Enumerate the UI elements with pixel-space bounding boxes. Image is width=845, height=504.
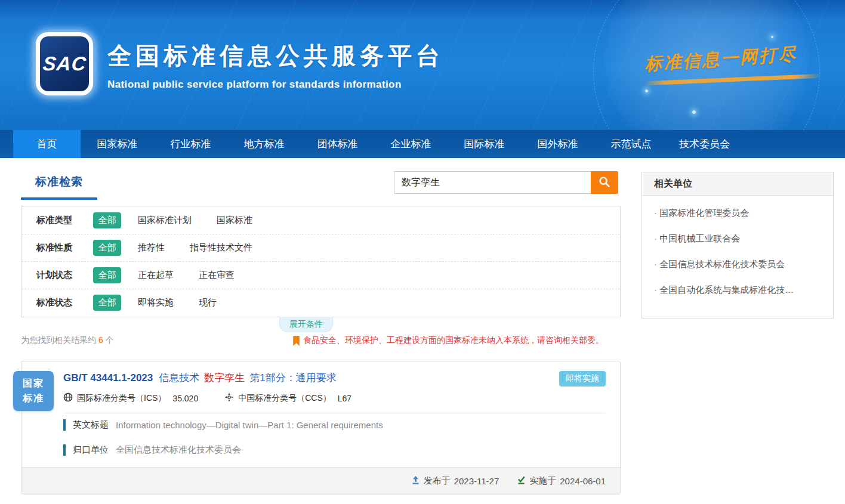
status-badge: 即将实施 <box>559 371 606 386</box>
filter-label: 标准状态 <box>36 297 93 308</box>
published-label: 发布于 <box>424 475 451 487</box>
badge-line2: 标准 <box>23 391 44 406</box>
nav-item-pilot[interactable]: 示范试点 <box>594 130 668 158</box>
results-summary: 为您找到相关结果约6个 <box>21 335 114 346</box>
related-units-header: 相关单位 <box>642 172 833 196</box>
standard-title-link[interactable]: GB/T 43441.1-2023信息技术数字孪生第1部分：通用要求 <box>63 371 548 385</box>
national-standard-badge: 国家 标准 <box>13 371 54 411</box>
ics-value: 35.020 <box>172 394 198 403</box>
english-title-row: 英文标题 Information technology—Digital twin… <box>63 419 383 431</box>
classification-meta-row: 国际标准分类号（ICS） 35.020 中国标准分类号（CCS） L67 <box>63 392 351 404</box>
nav-item-local-standards[interactable]: 地方标准 <box>227 130 301 158</box>
result-card: 国家 标准 GB/T 43441.1-2023信息技术数字孪生第1部分：通用要求… <box>21 361 621 494</box>
filter-row-standard-status: 标准状态 全部 即将实施 现行 <box>21 289 620 316</box>
detail-label: 英文标题 <box>73 419 109 431</box>
filter-row-standard-nature: 标准性质 全部 推荐性 指导性技术文件 <box>21 234 620 261</box>
related-unit-link[interactable]: 全国自动化系统与集成标准化技… <box>650 277 833 303</box>
notice-text: 食品安全、环境保护、工程建设方面的国家标准未纳入本系统，请咨询相关部委。 <box>303 335 604 346</box>
implement-check-icon <box>517 475 526 487</box>
standard-code: GB/T 43441.1-2023 <box>63 372 153 384</box>
publish-upload-icon <box>411 475 420 487</box>
search-input[interactable] <box>394 171 591 194</box>
filter-option[interactable]: 现行 <box>199 297 217 308</box>
implemented-date-item: 实施于 2024-06-01 <box>517 475 606 487</box>
site-title-chinese: 全国标准信息公共服务平台 <box>107 39 444 72</box>
implemented-date: 2024-06-01 <box>560 476 606 486</box>
filter-option[interactable]: 正在起草 <box>138 270 174 281</box>
related-units-list: 国家标准化管理委员会 中国机械工业联合会 全国信息技术标准化技术委员会 全国自动… <box>642 196 833 303</box>
detail-value: 全国信息技术标准化技术委员会 <box>116 444 241 456</box>
bookmark-icon <box>293 336 300 346</box>
results-summary-suffix: 个 <box>106 335 114 345</box>
search-button[interactable] <box>591 171 618 194</box>
related-units-title: 相关单位 <box>654 178 692 190</box>
search-box <box>394 171 618 194</box>
card-footer: 发布于 2023-11-27 实施于 2024-06-01 <box>21 467 620 494</box>
filter-label: 计划状态 <box>36 270 93 281</box>
nav-item-foreign-standards[interactable]: 国外标准 <box>521 130 594 158</box>
nav-item-technical-committee[interactable]: 技术委员会 <box>668 130 741 158</box>
filter-option[interactable]: 即将实施 <box>138 297 174 308</box>
sac-logo-text: SAC <box>42 52 88 75</box>
results-summary-prefix: 为您找到相关结果约 <box>21 335 96 345</box>
main-nav: 首页 国家标准 行业标准 地方标准 团体标准 企业标准 国际标准 国外标准 示范… <box>0 130 845 158</box>
filter-label: 标准性质 <box>36 242 93 253</box>
related-units-panel: 相关单位 国家标准化管理委员会 中国机械工业联合会 全国信息技术标准化技术委员会… <box>642 172 834 319</box>
search-section-tab[interactable]: 标准检索 <box>21 174 97 200</box>
filter-selected-all[interactable]: 全部 <box>93 267 121 283</box>
filter-selected-all[interactable]: 全部 <box>93 295 121 311</box>
related-unit-link[interactable]: 国家标准化管理委员会 <box>650 200 833 226</box>
standard-title-highlight: 数字孪生 <box>204 372 245 384</box>
compass-icon <box>224 392 234 404</box>
ics-meta: 国际标准分类号（ICS） 35.020 <box>63 392 198 404</box>
sac-logo[interactable]: SAC <box>36 32 93 95</box>
nav-item-international-standards[interactable]: 国际标准 <box>448 130 521 158</box>
system-notice: 食品安全、环境保护、工程建设方面的国家标准未纳入本系统，请咨询相关部委。 <box>293 335 621 346</box>
filter-row-standard-type: 标准类型 全部 国家标准计划 国家标准 <box>21 206 620 234</box>
filter-selected-all[interactable]: 全部 <box>93 212 121 228</box>
filter-option[interactable]: 国家标准计划 <box>138 215 192 226</box>
related-unit-link[interactable]: 全国信息技术标准化技术委员会 <box>650 252 833 277</box>
card-divider <box>63 413 606 413</box>
filter-row-plan-status: 计划状态 全部 正在起草 正在审查 <box>21 261 620 289</box>
ccs-value: L67 <box>338 394 351 403</box>
filter-option[interactable]: 国家标准 <box>217 215 252 226</box>
globe-dot <box>692 110 696 114</box>
filter-option[interactable]: 推荐性 <box>138 242 165 253</box>
ics-label: 国际标准分类号（ICS） <box>77 393 166 404</box>
standard-title-rest: 第1部分：通用要求 <box>249 372 336 384</box>
nav-item-home[interactable]: 首页 <box>13 130 81 158</box>
filter-option[interactable]: 指导性技术文件 <box>190 242 252 253</box>
sac-logo-inner: SAC <box>40 36 89 91</box>
badge-line1: 国家 <box>23 376 44 391</box>
nav-item-enterprise-standards[interactable]: 企业标准 <box>374 130 448 158</box>
site-title-english: National public service platform for sta… <box>107 79 444 91</box>
search-icon <box>598 175 611 190</box>
nav-item-group-standards[interactable]: 团体标准 <box>301 130 374 158</box>
nav-item-national-standards[interactable]: 国家标准 <box>81 130 154 158</box>
globe-icon <box>63 392 73 404</box>
ccs-label: 中国标准分类号（CCS） <box>238 393 331 404</box>
centralized-unit-row: 归口单位 全国信息技术标准化技术委员会 <box>63 444 241 456</box>
detail-label: 归口单位 <box>73 444 109 456</box>
related-unit-link[interactable]: 中国机械工业联合会 <box>650 226 833 252</box>
filter-panel: 标准类型 全部 国家标准计划 国家标准 标准性质 全部 推荐性 指导性技术文件 … <box>21 206 621 317</box>
teal-bar <box>63 419 66 431</box>
site-header: SAC 全国标准信息公共服务平台 National public service… <box>0 0 845 130</box>
teal-bar <box>63 444 66 456</box>
published-date-item: 发布于 2023-11-27 <box>411 475 499 487</box>
results-info-row: 为您找到相关结果约6个 食品安全、环境保护、工程建设方面的国家标准未纳入本系统，… <box>21 334 621 347</box>
page: SAC 全国标准信息公共服务平台 National public service… <box>0 0 845 504</box>
results-count: 6 <box>98 335 103 345</box>
filter-option[interactable]: 正在审查 <box>199 270 235 281</box>
globe-dot <box>771 36 773 38</box>
site-titles: 全国标准信息公共服务平台 National public service pla… <box>107 39 444 91</box>
published-date: 2023-11-27 <box>454 476 499 486</box>
slogan: 标准信息一网打尽 <box>644 47 824 82</box>
filter-label: 标准类型 <box>36 215 93 226</box>
filter-selected-all[interactable]: 全部 <box>93 240 121 256</box>
detail-value: Information technology—Digital twin—Part… <box>116 420 383 430</box>
implemented-label: 实施于 <box>529 475 556 487</box>
expand-conditions-button[interactable]: 展开条件 <box>279 317 333 332</box>
nav-item-industry-standards[interactable]: 行业标准 <box>154 130 227 158</box>
